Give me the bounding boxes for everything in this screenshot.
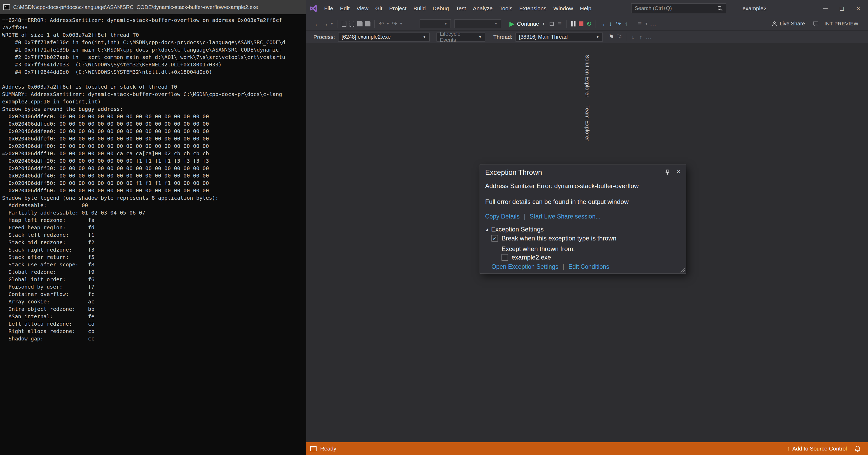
maximize-button[interactable]: □ bbox=[834, 0, 850, 17]
copy-details-link[interactable]: Copy Details bbox=[485, 213, 520, 220]
menu-bar: FileEditViewGitProjectBuildDebugTestAnal… bbox=[321, 0, 595, 17]
break-when-thrown-option[interactable]: ✓ Break when this exception type is thro… bbox=[492, 235, 616, 242]
hex-display-icon[interactable]: ≡ bbox=[636, 19, 644, 29]
redo-dropdown-icon[interactable]: ▼ bbox=[399, 19, 404, 29]
navigate-backward-icon[interactable]: ← bbox=[313, 19, 321, 29]
resize-grip[interactable] bbox=[680, 268, 685, 273]
menu-help[interactable]: Help bbox=[577, 0, 595, 17]
redo-icon[interactable]: ↷ bbox=[391, 19, 399, 29]
debugbar-more-icon[interactable]: … bbox=[645, 32, 653, 42]
diagnostic-tools-icon[interactable] bbox=[548, 19, 556, 29]
configuration-combo[interactable]: ▼ bbox=[420, 19, 451, 28]
flag-threads-icon[interactable]: ⚑ bbox=[608, 32, 615, 42]
open-exception-settings-link[interactable]: Open Exception Settings bbox=[492, 263, 558, 271]
undo-dropdown-icon[interactable]: ▼ bbox=[385, 19, 391, 29]
menu-view[interactable]: View bbox=[353, 0, 372, 17]
continue-button[interactable]: ▶ Continue ▼ bbox=[507, 19, 548, 29]
console-line: SUMMARY: AddressSanitizer: dynamic-stack… bbox=[2, 90, 306, 98]
lifecycle-events-combo[interactable]: Lifecycle Events ▼ bbox=[436, 32, 486, 41]
break-all-icon[interactable] bbox=[569, 19, 577, 29]
background-tasks-icon[interactable] bbox=[310, 446, 316, 451]
stack-frame-up-icon[interactable]: ↑ bbox=[637, 32, 645, 42]
live-share-button[interactable]: Live Share bbox=[771, 21, 805, 27]
standard-toolbar: ← → ▼ ↶ ▼ ↷ ▼ ▼ ▼ ▶ Continue ▼ ≡ bbox=[306, 17, 868, 30]
open-file-icon[interactable] bbox=[348, 19, 356, 29]
status-bar: Ready ↑ Add to Source Control bbox=[306, 442, 868, 455]
menu-test[interactable]: Test bbox=[452, 0, 469, 17]
exception-settings-expander[interactable]: ◢ Exception Settings bbox=[485, 226, 544, 233]
close-icon[interactable]: × bbox=[676, 167, 681, 176]
thread-combo[interactable]: [38316] Main Thread ▼ bbox=[516, 32, 603, 41]
feedback-icon[interactable] bbox=[812, 19, 819, 29]
checkbox-unchecked[interactable] bbox=[501, 254, 508, 261]
console-line: Container overflow: fc bbox=[2, 290, 306, 298]
console-line: Right alloca redzone: cb bbox=[2, 328, 306, 335]
menu-edit[interactable]: Edit bbox=[337, 0, 353, 17]
pin-icon[interactable] bbox=[664, 169, 671, 175]
checkbox-checked[interactable]: ✓ bbox=[492, 235, 498, 241]
console-line: #0 0x7ff71afe130c in foo(int,int) C:\MSD… bbox=[2, 39, 306, 46]
process-value: [6248] example2.exe bbox=[342, 34, 391, 40]
menu-window[interactable]: Window bbox=[550, 0, 577, 17]
console-line: 0x020406ddfec0: 00 00 00 00 00 00 00 00 … bbox=[2, 113, 306, 120]
flag-outline-icon[interactable]: ⚐ bbox=[615, 32, 623, 42]
new-file-icon[interactable] bbox=[340, 19, 348, 29]
process-combo[interactable]: [6248] example2.exe ▼ bbox=[338, 32, 430, 41]
console-line: Shadow bytes around the buggy address: bbox=[2, 105, 306, 113]
toolbar-options-dropdown-icon[interactable]: ▼ bbox=[644, 19, 649, 29]
menu-extensions[interactable]: Extensions bbox=[516, 0, 550, 17]
module-exclusion-option[interactable]: example2.exe bbox=[501, 254, 551, 261]
menu-build[interactable]: Build bbox=[410, 0, 429, 17]
notifications-bell-icon[interactable] bbox=[854, 445, 861, 452]
chevron-down-icon: ▼ bbox=[542, 22, 546, 26]
console-line: Shadow byte legend (one shadow byte repr… bbox=[2, 194, 306, 202]
visual-studio-logo-icon bbox=[309, 4, 318, 13]
menu-analyze[interactable]: Analyze bbox=[469, 0, 496, 17]
stack-frame-down-icon[interactable]: ↓ bbox=[629, 32, 637, 42]
lifecycle-events-label: Lifecycle Events bbox=[440, 31, 475, 43]
search-input[interactable]: Search (Ctrl+Q) bbox=[631, 3, 726, 13]
console-line: Stack left redzone: f1 bbox=[2, 231, 306, 238]
show-next-statement-icon[interactable]: → bbox=[598, 19, 607, 29]
console-line: ==6248==ERROR: AddressSanitizer: dynamic… bbox=[2, 17, 306, 24]
save-all-icon[interactable] bbox=[364, 19, 372, 29]
menu-project[interactable]: Project bbox=[386, 0, 410, 17]
stop-debugging-icon[interactable] bbox=[577, 19, 585, 29]
upload-icon: ↑ bbox=[787, 446, 790, 452]
navigate-forward-icon[interactable]: → bbox=[321, 19, 329, 29]
module-label: example2.exe bbox=[512, 254, 551, 261]
menu-file[interactable]: File bbox=[321, 0, 337, 17]
more-commands-icon[interactable]: … bbox=[649, 19, 657, 29]
side-tab-team-explorer[interactable]: Team Explorer bbox=[584, 105, 590, 141]
undo-icon[interactable]: ↶ bbox=[377, 19, 385, 29]
side-tab-solution-explorer[interactable]: Solution Explorer bbox=[584, 55, 590, 97]
close-button[interactable]: × bbox=[850, 0, 866, 17]
console-line: Poisoned by user: f7 bbox=[2, 283, 306, 290]
console-titlebar[interactable]: C:\MSDN\cpp-docs-pr\docs\c-language\ASAN… bbox=[0, 0, 306, 14]
navigation-dropdown-icon[interactable]: ▼ bbox=[329, 19, 335, 29]
step-into-icon[interactable]: ↓ bbox=[607, 19, 614, 29]
add-to-source-control-button[interactable]: ↑ Add to Source Control bbox=[787, 446, 847, 452]
console-line: #3 0x7ff9641d7033 (C:\WINDOWS\System32\K… bbox=[2, 61, 306, 68]
search-icon bbox=[717, 5, 723, 11]
step-out-icon[interactable]: ↑ bbox=[622, 19, 630, 29]
thread-value: [38316] Main Thread bbox=[519, 34, 567, 40]
exception-detail: Full error details can be found in the o… bbox=[485, 198, 629, 205]
console-line: 7a2ff898 bbox=[2, 24, 306, 31]
minimize-button[interactable]: ─ bbox=[817, 0, 834, 17]
menu-git[interactable]: Git bbox=[372, 0, 386, 17]
restart-icon[interactable]: ↻ bbox=[585, 19, 593, 29]
save-icon[interactable] bbox=[356, 19, 364, 29]
start-live-share-link[interactable]: Start Live Share session... bbox=[529, 213, 600, 220]
menu-tools[interactable]: Tools bbox=[496, 0, 516, 17]
console-line: Left alloca redzone: ca bbox=[2, 320, 306, 328]
chevron-down-icon: ▼ bbox=[592, 35, 599, 39]
console-line: Address 0x003a7a2ff8cf is located in sta… bbox=[2, 83, 306, 90]
step-over-icon[interactable]: ↷ bbox=[614, 19, 622, 29]
edit-conditions-link[interactable]: Edit Conditions bbox=[568, 263, 609, 271]
platform-combo[interactable]: ▼ bbox=[455, 19, 501, 28]
menu-debug[interactable]: Debug bbox=[429, 0, 452, 17]
watch-window-icon[interactable]: ≡ bbox=[556, 19, 564, 29]
console-line: Stack right redzone: f3 bbox=[2, 246, 306, 253]
live-share-icon bbox=[771, 21, 778, 27]
